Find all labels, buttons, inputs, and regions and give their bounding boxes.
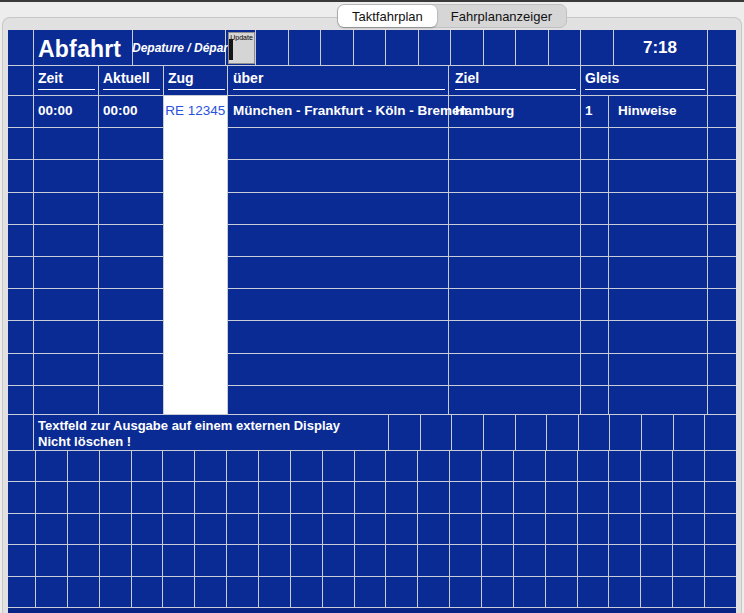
grid-line	[385, 30, 386, 65]
board-subtitle: Depature / Départ	[132, 41, 225, 55]
column-header-zug: Zug	[168, 69, 225, 90]
textfield-line2: Nicht löschen !	[38, 434, 340, 450]
grid-line	[450, 30, 451, 65]
grid-line	[8, 385, 736, 386]
grid-line	[227, 65, 228, 95]
grid-line	[641, 414, 642, 450]
grid-line	[417, 450, 418, 607]
grid-line	[8, 353, 736, 354]
grid-line	[8, 607, 736, 608]
grid-line	[354, 450, 355, 607]
row-gleis-value[interactable]: 1	[585, 101, 593, 121]
grid-line	[707, 65, 708, 95]
textfield-line1: Textfeld zur Ausgabe auf einem externen …	[38, 418, 340, 434]
row-zeit-value[interactable]: 00:00	[38, 101, 73, 121]
grid-line	[162, 450, 163, 607]
grid-line	[35, 450, 36, 607]
grid-line	[227, 95, 228, 414]
grid-line	[33, 95, 34, 414]
column-header-aktuell: Aktuell	[103, 69, 160, 90]
row-zug-value[interactable]: RE 12345	[164, 101, 228, 121]
grid-line	[255, 30, 256, 65]
grid-line	[98, 95, 99, 414]
grid-line	[580, 30, 581, 65]
grid-line	[545, 450, 546, 607]
grid-line	[33, 414, 34, 450]
grid-line	[704, 414, 705, 450]
board-title: Abfahrt	[38, 34, 121, 64]
grid-line	[707, 95, 708, 414]
tab-taktfahrplan[interactable]: Taktfahrplan	[338, 5, 437, 27]
grid-line	[483, 30, 484, 65]
tab-bar: Taktfahrplan Fahrplananzeiger	[337, 4, 567, 28]
grid-line	[707, 30, 708, 65]
grid-line	[8, 127, 736, 128]
grid-line	[8, 95, 736, 96]
window-top-edge	[0, 0, 744, 2]
grid-line	[608, 450, 609, 607]
grid-line	[320, 30, 321, 65]
grid-line	[513, 450, 514, 607]
grid-line	[8, 224, 736, 225]
grid-line	[609, 414, 610, 450]
grid-line	[353, 30, 354, 65]
grid-line	[8, 414, 736, 415]
grid-line	[8, 576, 736, 577]
grid-line	[449, 450, 450, 607]
grid-line	[704, 450, 705, 607]
grid-line	[8, 159, 736, 160]
row-hinweise-value[interactable]: Hinweise	[618, 101, 677, 121]
grid-line	[8, 192, 736, 193]
board-panel: Abfahrt Depature / Départ Update 7:18 Ze…	[8, 30, 736, 613]
grid-line	[98, 65, 99, 95]
grid-line	[8, 481, 736, 482]
grid-line	[420, 414, 421, 450]
grid-line	[385, 450, 386, 607]
grid-line	[131, 450, 132, 607]
grid-line	[8, 256, 736, 257]
column-header-gleis: Gleis	[585, 69, 705, 90]
zug-listbox[interactable]	[164, 96, 228, 415]
column-header-ueber: über	[233, 69, 445, 90]
clock: 7:18	[613, 38, 707, 58]
grid-line	[8, 320, 736, 321]
grid-line	[388, 414, 389, 450]
grid-line	[608, 95, 609, 414]
grid-line	[226, 450, 227, 607]
grid-line	[580, 95, 581, 414]
grid-line	[515, 414, 516, 450]
grid-line	[577, 450, 578, 607]
grid-line	[451, 414, 452, 450]
grid-line	[194, 450, 195, 607]
grid-line	[8, 450, 736, 451]
grid-line	[448, 95, 449, 414]
update-button[interactable]: Update	[228, 32, 255, 64]
grid-line	[578, 414, 579, 450]
grid-line	[673, 414, 674, 450]
grid-line	[8, 544, 736, 545]
grid-line	[448, 65, 449, 95]
grid-line	[640, 450, 641, 607]
grid-line	[8, 65, 736, 66]
grid-line	[67, 450, 68, 607]
row-aktuell-value[interactable]: 00:00	[103, 101, 138, 121]
record-square-icon	[229, 39, 233, 60]
grid-line	[33, 65, 34, 95]
grid-line	[258, 450, 259, 607]
grid-line	[163, 65, 164, 95]
external-display-textfield[interactable]: Textfeld zur Ausgabe auf einem externen …	[38, 418, 340, 449]
grid-line	[546, 414, 547, 450]
grid-line	[548, 30, 549, 65]
column-header-zeit: Zeit	[38, 69, 95, 90]
grid-line	[288, 30, 289, 65]
grid-line	[99, 450, 100, 607]
grid-line	[8, 513, 736, 514]
column-header-ziel: Ziel	[455, 69, 576, 90]
grid-line	[483, 414, 484, 450]
grid-line	[418, 30, 419, 65]
row-ziel-value[interactable]: Hamburg	[455, 101, 514, 121]
row-ueber-value[interactable]: München - Frankfurt - Köln - Bremen	[233, 101, 468, 121]
grid-line	[322, 450, 323, 607]
tab-fahrplananzeiger[interactable]: Fahrplananzeiger	[437, 5, 566, 27]
grid-line	[580, 65, 581, 95]
